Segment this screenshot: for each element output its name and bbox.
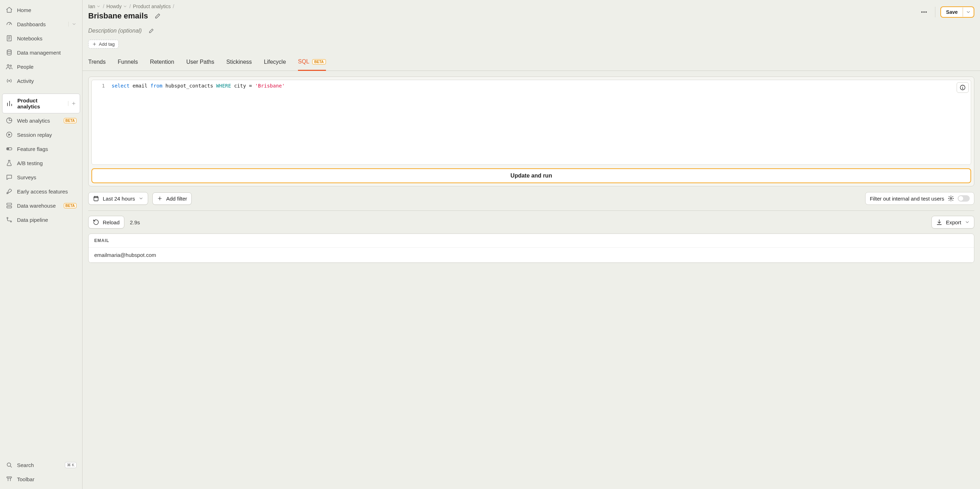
tab-stickiness[interactable]: Stickiness [226,55,252,70]
breadcrumb-item[interactable]: Howdy [106,3,127,9]
svg-rect-0 [7,36,11,41]
query-tabs: Trends Funnels Retention User Paths Stic… [83,55,980,71]
reload-icon [93,219,99,225]
sidebar-item-web-analytics[interactable]: Web analytics BETA [2,113,80,127]
svg-point-3 [10,65,11,66]
chevron-down-icon[interactable] [68,22,76,27]
breadcrumb-item[interactable]: Ian [88,3,100,9]
sidebar-item-surveys[interactable]: Surveys [2,170,80,184]
sidebar-item-people[interactable]: People [2,59,80,74]
breadcrumb-separator: / [129,3,131,9]
add-tag-label: Add tag [99,41,115,47]
search-icon [6,461,13,468]
add-filter-button[interactable]: Add filter [152,193,192,205]
update-and-run-button[interactable]: Update and run [91,168,971,183]
sidebar-item-data-management[interactable]: Data management [2,45,80,59]
pencil-icon[interactable] [152,11,164,21]
svg-rect-19 [94,197,98,201]
svg-point-2 [7,64,9,66]
plus-icon [157,196,162,201]
bar-chart-icon [6,100,13,107]
broadcast-icon [6,77,13,84]
sidebar-item-product-analytics[interactable]: Product analytics [2,94,80,113]
tab-funnels[interactable]: Funnels [118,55,138,70]
sidebar-item-label: Data warehouse [17,203,59,209]
sidebar-item-notebooks[interactable]: Notebooks [2,31,80,45]
sql-code[interactable]: select email from hubspot_contacts WHERE… [109,80,971,164]
tab-retention[interactable]: Retention [150,55,174,70]
database-icon [6,49,13,56]
table-header[interactable]: EMAIL [89,234,974,248]
add-filter-label: Add filter [166,196,187,202]
svg-point-1 [7,50,11,52]
svg-point-8 [8,148,9,150]
query-time: 2.9s [130,219,140,225]
info-icon[interactable] [957,82,969,93]
breadcrumb-separator: / [103,3,104,9]
sidebar-item-search[interactable]: Search ⌘ K [2,458,80,472]
tab-trends[interactable]: Trends [88,55,106,70]
pipeline-icon [6,216,13,223]
sidebar-item-label: Notebooks [17,35,76,41]
server-icon [6,202,13,209]
pencil-icon[interactable] [145,25,158,36]
sidebar-item-label: Feature flags [17,146,76,152]
calendar-icon [93,195,99,202]
divider [88,210,974,211]
svg-point-4 [8,80,10,81]
gauge-icon [6,21,13,28]
gear-icon[interactable] [948,195,954,202]
svg-rect-14 [7,476,11,478]
date-range-label: Last 24 hours [103,196,135,202]
sidebar-item-home[interactable]: Home [2,3,80,17]
svg-point-17 [926,12,927,13]
svg-point-16 [924,12,925,13]
save-button[interactable]: Save [940,6,974,18]
sidebar-item-toolbar[interactable]: Toolbar [2,472,80,486]
sidebar-item-label: People [17,64,76,70]
sidebar-item-label: Search [17,462,60,468]
plus-icon[interactable] [68,101,76,106]
breadcrumb-item[interactable]: Product analytics [133,3,171,9]
sidebar-item-label: Surveys [17,174,76,180]
sidebar-item-session-replay[interactable]: Session replay [2,127,80,142]
chevron-down-icon [965,220,970,225]
sql-editor[interactable]: 1 select email from hubspot_contacts WHE… [91,80,971,165]
reload-button[interactable]: Reload [88,216,124,229]
table-row[interactable]: emailmaria@hubspot.com [89,248,974,263]
sidebar-item-early-access[interactable]: Early access features [2,184,80,198]
sidebar-item-dashboards[interactable]: Dashboards [2,17,80,31]
sidebar-item-data-warehouse[interactable]: Data warehouse BETA [2,198,80,213]
save-dropdown[interactable] [963,8,974,17]
sidebar-item-label: Toolbar [17,476,76,482]
sidebar-item-activity[interactable]: Activity [2,74,80,88]
sql-editor-panel: 1 select email from hubspot_contacts WHE… [88,76,974,186]
chat-icon [6,174,13,181]
flask-icon [6,159,13,167]
save-label[interactable]: Save [941,7,963,17]
more-icon[interactable] [918,7,930,18]
tools-icon [6,476,13,483]
page-title[interactable]: Brisbane emails [88,11,148,21]
sidebar-item-ab-testing[interactable]: A/B testing [2,156,80,170]
tab-user-paths[interactable]: User Paths [186,55,214,70]
filter-internal-users: Filter out internal and test users [865,192,974,205]
export-button[interactable]: Export [931,216,974,229]
chevron-down-icon [966,10,971,14]
sidebar-item-feature-flags[interactable]: Feature flags [2,142,80,156]
date-range-picker[interactable]: Last 24 hours [88,192,148,205]
divider [935,7,935,18]
results-table: EMAIL emailmaria@hubspot.com [88,234,974,263]
breadcrumb: Ian / Howdy / Product analytics / [88,3,918,9]
tab-sql[interactable]: SQL BETA [298,55,326,71]
home-icon [6,6,13,13]
sidebar-item-data-pipeline[interactable]: Data pipeline [2,213,80,227]
toggle-switch[interactable] [958,195,970,202]
add-tag-button[interactable]: Add tag [88,40,119,49]
tab-lifecycle[interactable]: Lifecycle [264,55,286,70]
description-placeholder[interactable]: Description (optional) [88,28,142,34]
sidebar-item-label: Early access features [17,188,76,194]
download-icon [936,219,942,225]
sidebar-item-label: Session replay [17,132,76,138]
main-content: Ian / Howdy / Product analytics / Brisba… [83,0,980,489]
